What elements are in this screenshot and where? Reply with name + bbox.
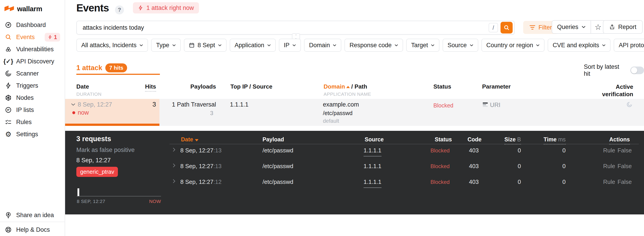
attack-row[interactable]: 8 Sep, 12:27 now 3 1 Path Traversal 3 1.… <box>65 99 644 126</box>
queries-button[interactable]: Queries <box>552 20 591 34</box>
request-seconds: :12 <box>213 178 222 185</box>
sidebar-item-triggers[interactable]: Triggers <box>0 80 65 92</box>
attack-details-panel: 3 requests Mark as false positive 8 Sep,… <box>65 131 644 214</box>
help-icon[interactable]: ? <box>115 6 124 14</box>
filter-chip-api-protocols[interactable]: API protocols <box>614 39 644 52</box>
wallarm-logo[interactable]: wallarm <box>4 5 42 13</box>
filter-chip-ip[interactable]: IP <box>279 39 301 52</box>
request-rule-action[interactable]: Rule <box>603 147 615 154</box>
sidebar-item-settings[interactable]: ⚙ Settings <box>0 128 65 140</box>
sidebar-item-nodes[interactable]: Nodes <box>0 92 65 104</box>
chevron-right-icon[interactable] <box>172 179 176 183</box>
request-payload: /etc/passwd <box>262 178 293 185</box>
mark-false-positive-link[interactable]: Mark as false positive <box>76 147 135 153</box>
attack-alert-badge[interactable]: 1 attack right now <box>133 2 199 14</box>
filter-chip-domain[interactable]: Domain <box>304 39 341 52</box>
timeline-now-label: NOW <box>135 199 161 204</box>
detail-col-size[interactable]: Size B <box>498 136 521 143</box>
dashboard-icon <box>4 22 12 28</box>
calendar-icon <box>189 42 195 48</box>
filter-chip-type[interactable]: Type <box>151 39 181 52</box>
sort-toggle[interactable] <box>630 67 644 74</box>
sidebar-item-dashboard[interactable]: Dashboard <box>0 19 65 31</box>
sidebar-item-help-docs[interactable]: Help & Docs <box>0 224 65 236</box>
filter-chip-source[interactable]: Source <box>442 39 478 52</box>
col-header-date: Date <box>76 83 89 90</box>
filter-chip-target[interactable]: Target <box>406 39 440 52</box>
request-status: Blocked <box>430 163 450 169</box>
request-source[interactable]: 1.1.1.1 <box>364 178 382 188</box>
request-rule-action[interactable]: Rule <box>603 178 615 185</box>
filter-chip-country[interactable]: Country or region <box>482 39 545 52</box>
timeline-start-label: 8 SEP, 12:27 <box>77 199 105 204</box>
attack-duration: now <box>78 109 89 116</box>
chevron-down-icon <box>172 44 176 47</box>
sidebar-item-scanner[interactable]: Scanner <box>0 67 65 80</box>
timeline-axis <box>77 196 161 196</box>
page-title: Events <box>76 2 109 14</box>
chevron-down-icon <box>218 44 222 47</box>
request-rule-action[interactable]: Rule <box>603 163 615 170</box>
sidebar-item-share-idea[interactable]: Share an idea <box>0 209 65 221</box>
detail-col-status: Status <box>435 136 452 143</box>
sort-desc-icon <box>195 139 198 141</box>
chevron-down-icon <box>431 44 434 47</box>
request-source[interactable]: 1.1.1.1 <box>364 163 382 170</box>
col-header-hits[interactable]: Hits <box>126 83 156 90</box>
attack-top-ip[interactable]: 1.1.1.1 <box>230 101 248 108</box>
col-header-payloads: Payloads <box>180 83 216 90</box>
sidebar-item-events[interactable]: Events 1 <box>0 31 65 43</box>
col-header-domain-path[interactable]: Domain/ Path <box>324 83 367 90</box>
keyboard-shortcut-chip: / <box>488 23 498 32</box>
sidebar-item-label: IP lists <box>16 107 34 114</box>
sidebar-item-label: API Discovery <box>16 58 54 65</box>
request-source[interactable]: 1.1.1.1 <box>364 147 382 156</box>
request-date: 8 Sep, 12:27 <box>180 178 213 185</box>
search-button[interactable] <box>500 22 513 34</box>
trigger-lightning-icon <box>4 82 12 89</box>
filter-chip-cve[interactable]: CVE and exploits <box>548 39 610 52</box>
sidebar-item-ip-lists[interactable]: IP IP lists <box>0 104 65 116</box>
nodes-icon <box>4 94 12 101</box>
request-false-action[interactable]: False <box>618 178 632 185</box>
sidebar-item-api-discovery[interactable]: {✓} API Discovery <box>0 55 65 67</box>
active-tab-indicator <box>76 74 160 75</box>
chevron-down-icon <box>267 44 271 47</box>
sidebar-item-label: Dashboard <box>16 22 46 29</box>
chevron-down-icon <box>536 44 540 47</box>
sidebar-item-rules[interactable]: Rules <box>0 116 65 128</box>
live-dot-icon <box>72 111 75 114</box>
wallarm-logo-icon <box>4 5 14 13</box>
search-input[interactable] <box>77 21 492 34</box>
idea-bulb-icon <box>4 212 12 218</box>
col-header-active-verification: Active verification <box>593 83 633 98</box>
chevron-down-icon <box>140 44 143 47</box>
report-button[interactable]: Report <box>603 20 643 34</box>
timeline-bar <box>78 188 79 196</box>
star-icon: ☆ <box>594 23 601 31</box>
api-discovery-icon: {✓} <box>4 59 12 65</box>
filter-chip-response-code[interactable]: Response code <box>344 39 403 52</box>
filter-chip-attacks-incidents[interactable]: All attacks, Incidents <box>76 39 148 52</box>
request-size: 0 <box>498 147 521 154</box>
tab-attacks[interactable]: 1 attack 7 hits <box>76 63 127 72</box>
active-verification-icon[interactable] <box>626 101 633 108</box>
detail-col-date[interactable]: Date <box>181 136 198 143</box>
sidebar: wallarm Dashboard Events 1 Vulnerabiliti… <box>0 0 65 236</box>
chevron-right-icon[interactable] <box>172 163 176 168</box>
request-false-action[interactable]: False <box>618 163 632 170</box>
detail-col-time[interactable]: Time ms <box>538 136 566 143</box>
attack-tag-badge[interactable]: generic_ptrav <box>76 167 118 177</box>
filter-chip-date[interactable]: 8 Sept <box>184 39 226 52</box>
chevron-right-icon[interactable] <box>172 147 176 152</box>
sidebar-item-label: Events <box>16 34 35 41</box>
request-time: 0 <box>538 178 566 185</box>
sidebar-item-label: Help & Docs <box>16 226 50 233</box>
detail-col-actions[interactable]: Actions <box>605 136 630 143</box>
request-false-action[interactable]: False <box>618 147 632 154</box>
requests-title: 3 requests <box>76 135 111 143</box>
sidebar-item-vulnerabilities[interactable]: Vulnerabilities <box>0 43 65 55</box>
filter-chip-application[interactable]: Application <box>230 39 276 52</box>
request-code: 403 <box>456 147 479 154</box>
col-subheader-duration: DURATION <box>76 92 102 97</box>
